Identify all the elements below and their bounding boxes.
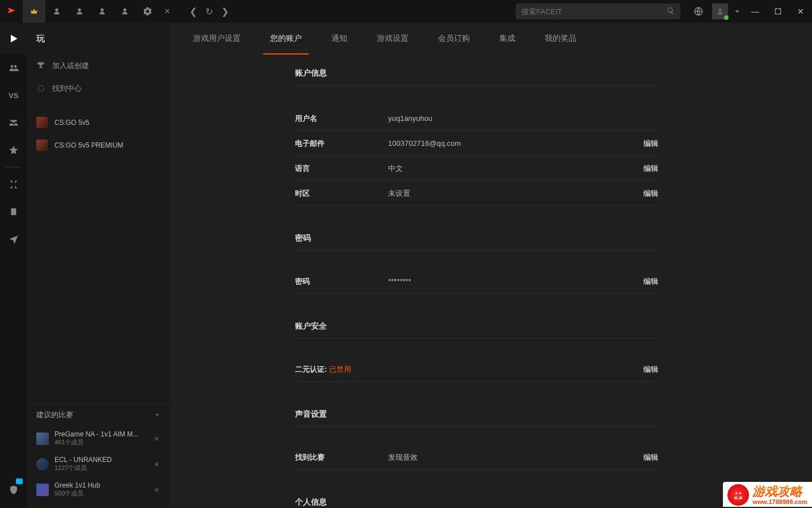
row-value: 1003702716@qq.com <box>388 139 643 148</box>
game-label: CS:GO 5v5 <box>54 119 89 127</box>
tab-user-2[interactable] <box>68 0 91 23</box>
suggest-item[interactable]: Greek 1v1 Hub 500个成员 × <box>27 477 170 502</box>
rail-star[interactable] <box>0 136 27 163</box>
globe-icon[interactable] <box>687 0 710 23</box>
tab-integrations[interactable]: 集成 <box>486 23 529 54</box>
edit-button[interactable]: 编辑 <box>643 188 658 199</box>
game-label: CS:GO 5v5 PREMIUM <box>54 141 123 149</box>
suggest-text: ECL - UNRANKED 1227个成员 <box>54 456 146 472</box>
app-logo[interactable] <box>0 0 23 23</box>
window-minimize[interactable]: — <box>744 0 767 23</box>
row-label: 密码 <box>295 276 388 287</box>
tab-crown[interactable] <box>23 0 45 23</box>
suggest-thumb <box>36 458 49 471</box>
shield-badge <box>16 478 23 484</box>
row-value: yuq1anyuhou <box>388 114 658 123</box>
edit-button[interactable]: 编辑 <box>643 163 658 174</box>
section-password: 密码 <box>295 220 658 251</box>
svg-point-2 <box>38 86 44 92</box>
watermark: 游戏攻略 www.1788989.com <box>723 482 812 507</box>
row-label: 时区 <box>295 188 388 199</box>
sidebar-game-csgo5v5[interactable]: CS:GO 5v5 <box>27 111 170 134</box>
edit-button[interactable]: 编辑 <box>643 364 658 375</box>
suggest-title: Greek 1v1 Hub <box>54 481 146 489</box>
sidebar-game-csgo5v5-premium[interactable]: CS:GO 5v5 PREMIUM <box>27 134 170 157</box>
tab-notifications[interactable]: 通知 <box>318 23 361 54</box>
row-password: 密码 ******** 编辑 <box>295 269 658 294</box>
sidebar-item-join-create[interactable]: 加入或创建 <box>27 54 170 77</box>
suggest-dismiss[interactable]: × <box>152 460 161 469</box>
tab-your-account[interactable]: 您的账户 <box>256 23 315 54</box>
target-icon <box>36 84 45 93</box>
suggest-item[interactable]: ECL - UNRANKED 1227个成员 × <box>27 451 170 477</box>
nav-arrows: ❮ ↻ ❯ <box>187 6 230 17</box>
section-security: 账户安全 <box>295 308 658 339</box>
row-language: 语言 中文 编辑 <box>295 156 658 181</box>
sidebar-item-find-hub[interactable]: 找到中心 <box>27 77 170 100</box>
rail-send[interactable] <box>0 225 27 253</box>
suggest-dismiss[interactable]: × <box>152 485 161 494</box>
window-close[interactable]: ✕ <box>789 0 812 23</box>
user-menu-chevron[interactable] <box>730 0 744 23</box>
tab-settings[interactable] <box>136 0 159 23</box>
search-icon[interactable] <box>667 7 675 16</box>
title-tabs <box>23 0 159 23</box>
svg-rect-1 <box>11 208 16 215</box>
suggest-head[interactable]: 建议的比赛 <box>27 403 170 426</box>
suggest-text: PreGame NA - 1v1 AIM M... 481个成员 <box>54 430 146 447</box>
watermark-text: 游戏攻略 www.1788989.com <box>752 485 807 505</box>
row-email: 电子邮件 1003702716@qq.com 编辑 <box>295 131 658 156</box>
suggest-title: ECL - UNRANKED <box>54 456 146 464</box>
titlebar-left: × ❮ ↻ ❯ <box>0 0 230 23</box>
edit-button[interactable]: 编辑 <box>643 276 658 287</box>
section-sound: 声音设置 <box>295 396 658 427</box>
suggest-dismiss[interactable]: × <box>152 434 161 443</box>
tab-my-prizes[interactable]: 我的奖品 <box>531 23 590 54</box>
row-label: 找到比赛 <box>295 452 388 463</box>
game-icon <box>36 117 48 128</box>
row-label: 用户名 <box>295 114 388 124</box>
rail-clipboard[interactable] <box>0 198 27 225</box>
nav-refresh[interactable]: ↻ <box>203 6 214 17</box>
window-maximize[interactable] <box>767 0 789 23</box>
nav-back[interactable]: ❮ <box>187 6 199 17</box>
rail-vs[interactable]: VS <box>0 82 27 109</box>
watermark-url: www.1788989.com <box>752 498 807 505</box>
row-value: 发现音效 <box>388 452 643 463</box>
rail-play[interactable] <box>0 23 27 54</box>
section-personal: 个人信息 <box>295 484 658 508</box>
settings-panel: 账户信息 用户名 yuq1anyuhou 电子邮件 1003702716@qq.… <box>295 54 658 508</box>
tab-user-3[interactable] <box>91 0 113 23</box>
rail-shield[interactable] <box>0 476 27 503</box>
settings-tabs: 游戏用户设置 您的账户 通知 游戏设置 会员订购 集成 我的奖品 <box>170 23 812 54</box>
tab-game-user-settings[interactable]: 游戏用户设置 <box>179 23 254 54</box>
rail-crosshair[interactable] <box>0 171 27 198</box>
edit-button[interactable]: 编辑 <box>643 138 658 149</box>
user-avatar[interactable] <box>712 3 728 19</box>
row-username: 用户名 yuq1anyuhou <box>295 106 658 131</box>
sidebar-head: 玩 <box>27 23 170 54</box>
edit-button[interactable]: 编辑 <box>643 452 658 463</box>
tab-user-1[interactable] <box>45 0 68 23</box>
left-rail: VS <box>0 23 27 508</box>
tab-subscription[interactable]: 会员订购 <box>424 23 483 54</box>
titlebar-right: — ✕ <box>516 0 812 23</box>
chevron-down-icon <box>153 411 161 419</box>
rail-party[interactable] <box>0 54 27 82</box>
main: VS 玩 加入或创建 找到中心 CS:GO 5v5 <box>0 23 812 508</box>
rail-team[interactable] <box>0 109 27 136</box>
tab-game-settings[interactable]: 游戏设置 <box>363 23 422 54</box>
suggest-item[interactable]: PreGame NA - 1v1 AIM M... 481个成员 × <box>27 426 170 451</box>
twofa-label-text: 二元认证: <box>295 364 327 375</box>
sidebar-item-label: 找到中心 <box>52 83 82 94</box>
rail-bottom <box>0 476 27 503</box>
suggest-title: PreGame NA - 1v1 AIM M... <box>54 430 146 438</box>
tab-close[interactable]: × <box>159 6 176 16</box>
tab-user-4[interactable] <box>113 0 136 23</box>
search-input[interactable] <box>521 7 667 16</box>
nav-forward[interactable]: ❯ <box>219 6 230 17</box>
suggest-head-label: 建议的比赛 <box>36 410 73 420</box>
status-dot <box>724 15 729 20</box>
search-box[interactable] <box>516 3 680 19</box>
watermark-icon <box>727 484 749 506</box>
